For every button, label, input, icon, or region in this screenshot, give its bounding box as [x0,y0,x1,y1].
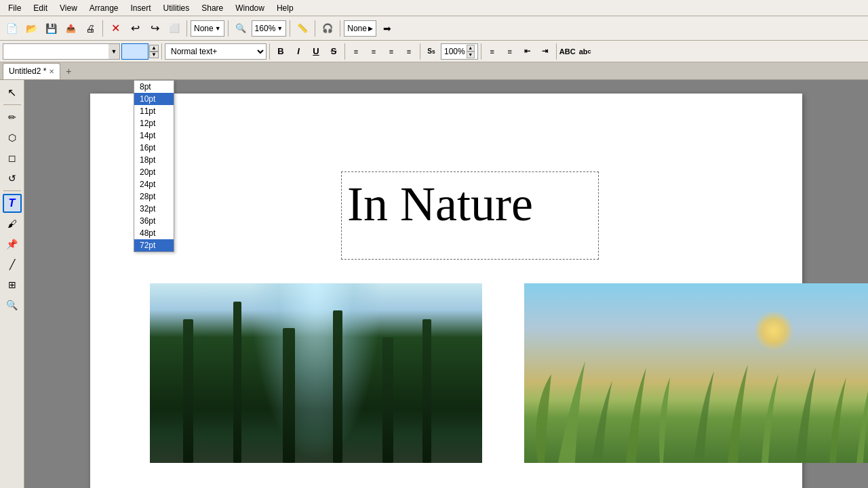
sep-fmt-4 [420,43,420,60]
menu-arrange[interactable]: Arrange [84,2,124,14]
menu-view[interactable]: View [54,2,83,14]
zoom-fit-button[interactable]: 🔍 [232,20,250,37]
align-left-button[interactable]: ≡ [348,43,364,60]
tree-3 [283,328,295,463]
align-justify-button[interactable]: ≡ [401,43,417,60]
fontsize-28pt[interactable]: 28pt [134,190,174,203]
undo-button[interactable]: ↩ [126,20,144,37]
italic-button[interactable]: I [290,43,307,60]
align-right-button[interactable]: ≡ [383,43,399,60]
crop-tool-button[interactable]: ⊞ [3,275,22,294]
forest-scene-bg [150,283,482,463]
tab-bar: Untitled2 * ✕ + [0,62,868,80]
decrease-indent-button[interactable]: ⇤ [519,43,536,60]
export-button[interactable]: 📤 [62,20,79,37]
redo-button[interactable]: ↪ [146,20,163,37]
superscript-button[interactable]: Ss [423,43,439,60]
canvas-area[interactable]: In Nature [24,80,868,488]
tree-2 [233,302,241,464]
fontsize-14pt[interactable]: 14pt [134,129,174,142]
new-tab-button[interactable]: + [62,64,75,78]
font-size-down[interactable]: ▼ [149,52,159,58]
none2-label: None [347,24,367,33]
separator-4 [290,20,290,37]
fontsize-48pt[interactable]: 48pt [134,227,174,239]
new-button[interactable]: 📄 [3,20,20,37]
crop-button[interactable]: ⬜ [165,20,183,37]
fontsize-36pt[interactable]: 36pt [134,215,174,227]
shape-tool-button[interactable]: ⬡ [3,128,22,147]
spellcheck-button[interactable]: ABC [559,43,576,60]
fontsize-20pt[interactable]: 20pt [134,166,174,178]
sep-fmt-1 [161,43,162,60]
underline-button[interactable]: U [308,43,324,60]
in-nature-text: In Nature [347,177,533,231]
separator-2 [186,20,187,37]
menu-edit[interactable]: Edit [28,2,53,14]
menu-share[interactable]: Share [196,2,229,14]
fontsize-10pt[interactable]: 10pt [134,93,174,105]
bold-button[interactable]: B [273,43,289,60]
ordered-list-button[interactable]: ≡ [502,43,518,60]
fontsize-32pt[interactable]: 32pt [134,203,174,215]
main-toolbar: 📄 📂 💾 📤 🖨 ✕ ↩ ↪ ⬜ None ▼ 🔍 160% ▼ 📏 🎧 No… [0,16,868,41]
menu-utilities[interactable]: Utilities [158,2,195,14]
text-box[interactable]: In Nature [341,171,599,260]
autocorrect-button[interactable]: abc [577,43,593,60]
menu-insert[interactable]: Insert [125,2,157,14]
strikethrough-button[interactable]: S [326,43,342,60]
fontsize-18pt[interactable]: 18pt [134,154,174,166]
text-tool-button[interactable]: T [3,194,22,213]
zoom-up-btn[interactable]: ▲ [467,45,475,52]
lt-sep-1 [3,104,21,105]
save-button[interactable]: 💾 [42,20,60,37]
tab-close-button[interactable]: ✕ [49,68,54,75]
rotate-tool-button[interactable]: ↺ [3,169,22,188]
eraser-tool-button[interactable]: ◻ [3,148,22,167]
fontsize-72pt[interactable]: 72pt [134,239,174,251]
unordered-list-button[interactable]: ≡ [484,43,500,60]
pin-tool-button[interactable]: 📌 [3,235,22,253]
delete-button[interactable]: ✕ [106,20,124,37]
fontsize-12pt[interactable]: 12pt [134,117,174,129]
zoom-percent-label: 100% [444,47,465,56]
tree-4 [333,310,342,463]
fontsize-16pt[interactable]: 16pt [134,142,174,154]
tab-label: Untitled2 * [9,66,46,76]
separator-3 [228,20,229,37]
print-button[interactable]: 🖨 [81,20,99,37]
select-tool-button[interactable]: ↖ [3,83,22,102]
style-select[interactable]: Normal text+ Normal text Heading 1 Headi… [165,43,267,60]
audio-button[interactable]: 🎧 [319,20,336,37]
increase-indent-button[interactable]: ⇥ [537,43,553,60]
font-name-input[interactable]: Dancing Script [3,44,108,59]
rulers-button[interactable]: 📏 [294,20,311,37]
mask-label: None [194,24,214,33]
none2-dropdown[interactable]: None ▶ [344,20,376,37]
zoom-down-btn[interactable]: ▼ [467,52,475,58]
font-size-input[interactable]: 10pt [121,43,149,60]
menu-help[interactable]: Help [271,2,299,14]
menu-window[interactable]: Window [230,2,270,14]
fontsize-8pt[interactable]: 8pt [134,81,174,93]
pencil-tool-button[interactable]: ✏ [3,108,22,127]
page: In Nature [90,94,802,488]
menu-file[interactable]: File [3,2,26,14]
tab-untitled2[interactable]: Untitled2 * ✕ [3,63,60,79]
line-tool-button[interactable]: ╱ [3,255,22,274]
align-center-button[interactable]: ≡ [366,43,382,60]
arrow-button[interactable]: ➡ [378,20,396,37]
zoom-tool-button[interactable]: 🔍 [3,296,22,314]
font-size-up[interactable]: ▲ [149,45,159,52]
mask-dropdown[interactable]: None ▼ [191,20,224,37]
fontsize-24pt[interactable]: 24pt [134,178,174,190]
paint-tool-button[interactable]: 🖌 [3,214,22,233]
zoom-dropdown[interactable]: 160% ▼ [252,20,287,37]
font-dropdown-arrow[interactable]: ▼ [108,44,119,59]
open-button[interactable]: 📂 [22,20,40,37]
fontsize-11pt[interactable]: 11pt [134,105,174,117]
zoom-percent-container: 100% ▲ ▼ [441,43,478,60]
grass-sun [753,310,794,351]
left-toolbar: ↖ ✏ ⬡ ◻ ↺ T 🖌 📌 ╱ ⊞ 🔍 [0,80,24,488]
grass-scene-bg [524,283,868,463]
